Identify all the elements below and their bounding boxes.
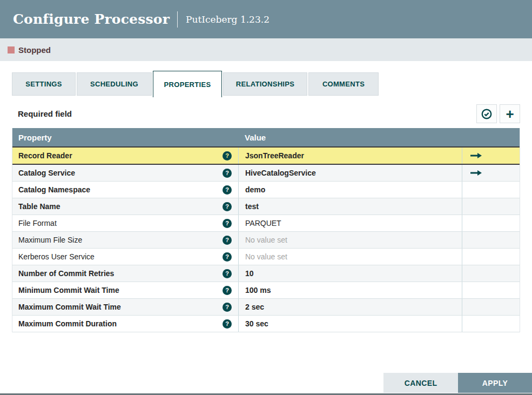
help-icon[interactable] [223, 252, 232, 262]
required-field-label: Required field [12, 109, 72, 118]
properties-table-rows: Record Reader JsonTreeReader Catalog Ser… [12, 146, 520, 332]
value-cell[interactable]: 30 sec [238, 316, 462, 332]
table-row[interactable]: Table Name test [12, 198, 520, 215]
property-cell: Table Name [12, 198, 238, 215]
status-label: Stopped [18, 45, 51, 55]
value-cell[interactable]: No value set [238, 249, 462, 265]
toolbar-buttons [476, 104, 520, 123]
property-name: Kerberos User Service [18, 252, 95, 261]
link-cell [462, 215, 520, 231]
go-to-service-icon[interactable] [470, 152, 483, 159]
property-name: File Format [18, 219, 57, 227]
apply-button[interactable]: APPLY [458, 373, 532, 393]
value-cell[interactable]: 10 [238, 265, 462, 282]
tab-label: SETTINGS [25, 80, 62, 88]
go-to-service-icon[interactable] [470, 170, 483, 176]
link-cell [462, 165, 520, 181]
table-row[interactable]: Maximum Commit Wait Time 2 sec [12, 299, 520, 316]
table-row[interactable]: Catalog Service HiveCatalogService [12, 165, 520, 182]
check-circle-icon [481, 108, 493, 120]
link-cell [462, 249, 520, 265]
table-row[interactable]: File Format PARQUET [12, 215, 520, 232]
property-cell: Kerberos User Service [12, 249, 238, 265]
status-bar: Stopped [0, 38, 532, 61]
property-name: Catalog Namespace [18, 185, 90, 194]
property-name: Table Name [18, 202, 60, 211]
value-cell[interactable]: 100 ms [238, 282, 462, 298]
stopped-indicator-icon [8, 46, 15, 53]
property-name: Catalog Service [18, 169, 75, 177]
tab-relationships[interactable]: RELATIONSHIPS [223, 72, 307, 96]
link-cell [462, 182, 520, 198]
table-row[interactable]: Maximum File Size No value set [12, 232, 520, 249]
properties-table: Property Value Record Reader JsonTreeRea… [12, 128, 520, 332]
property-name: Record Reader [18, 151, 72, 160]
value-cell[interactable]: HiveCatalogService [238, 165, 462, 181]
property-cell: Minimum Commit Wait Time [12, 282, 238, 298]
value-cell[interactable]: 2 sec [238, 299, 462, 315]
properties-toolbar: Required field [12, 104, 520, 123]
tab-label: COMMENTS [322, 80, 365, 88]
tab-bar: SETTINGS SCHEDULING PROPERTIES RELATIONS… [12, 71, 520, 97]
title-divider [177, 11, 178, 28]
link-cell [462, 316, 520, 332]
table-row[interactable]: Number of Commit Retries 10 [12, 265, 520, 282]
property-cell: Maximum Commit Duration [12, 316, 238, 332]
tab-properties[interactable]: PROPERTIES [153, 71, 222, 97]
value-cell[interactable]: PARQUET [238, 215, 462, 231]
help-icon[interactable] [223, 185, 232, 195]
property-name: Maximum Commit Duration [18, 319, 117, 328]
add-property-button[interactable] [500, 104, 520, 123]
help-icon[interactable] [223, 319, 232, 329]
help-icon[interactable] [223, 169, 232, 178]
help-icon[interactable] [223, 269, 232, 278]
table-row[interactable]: Catalog Namespace demo [12, 182, 520, 198]
table-row[interactable]: Minimum Commit Wait Time 100 ms [12, 282, 520, 299]
value-cell[interactable]: test [238, 198, 462, 215]
value-cell[interactable]: demo [238, 182, 462, 198]
value-column-header: Value [238, 133, 462, 142]
property-value: 30 sec [245, 319, 268, 328]
processor-type-version: PutIceberg 1.23.2 [186, 14, 270, 25]
value-cell[interactable]: No value set [238, 232, 462, 248]
help-icon[interactable] [223, 303, 232, 312]
property-value: No value set [245, 236, 287, 244]
property-value: PARQUET [245, 219, 281, 227]
property-value: test [245, 202, 259, 211]
tab-scheduling[interactable]: SCHEDULING [77, 72, 152, 96]
tab-comments[interactable]: COMMENTS [308, 72, 379, 96]
tab-settings[interactable]: SETTINGS [12, 72, 76, 96]
property-value: No value set [245, 252, 287, 261]
property-value: 10 [245, 269, 254, 278]
help-icon[interactable] [223, 286, 232, 295]
footer-buttons: CANCEL APPLY [383, 373, 532, 393]
property-cell: Number of Commit Retries [12, 265, 238, 282]
link-cell [462, 148, 520, 164]
property-cell: Record Reader [12, 148, 238, 164]
property-cell: Catalog Namespace [12, 182, 238, 198]
link-cell [462, 232, 520, 248]
link-cell [462, 198, 520, 215]
cancel-button[interactable]: CANCEL [383, 373, 458, 393]
dialog-content: SETTINGS SCHEDULING PROPERTIES RELATIONS… [0, 61, 532, 332]
property-column-header: Property [12, 133, 238, 142]
property-name: Maximum Commit Wait Time [18, 303, 121, 311]
dialog-title: Configure Processor [13, 11, 170, 27]
property-value: HiveCatalogService [245, 169, 316, 177]
table-row[interactable]: Maximum Commit Duration 30 sec [12, 316, 520, 332]
tab-label: PROPERTIES [164, 81, 211, 89]
property-cell: Catalog Service [12, 165, 238, 181]
table-row[interactable]: Kerberos User Service No value set [12, 249, 520, 265]
property-cell: Maximum File Size [12, 232, 238, 248]
configure-processor-dialog: Configure Processor PutIceberg 1.23.2 St… [0, 0, 532, 395]
tab-label: SCHEDULING [90, 80, 138, 88]
property-name: Minimum Commit Wait Time [18, 286, 119, 294]
verify-properties-button[interactable] [476, 104, 497, 123]
link-cell [462, 265, 520, 282]
help-icon[interactable] [223, 236, 232, 245]
table-row[interactable]: Record Reader JsonTreeReader [12, 146, 520, 165]
help-icon[interactable] [223, 219, 232, 228]
help-icon[interactable] [223, 151, 232, 160]
value-cell[interactable]: JsonTreeReader [238, 148, 462, 164]
help-icon[interactable] [223, 202, 232, 211]
